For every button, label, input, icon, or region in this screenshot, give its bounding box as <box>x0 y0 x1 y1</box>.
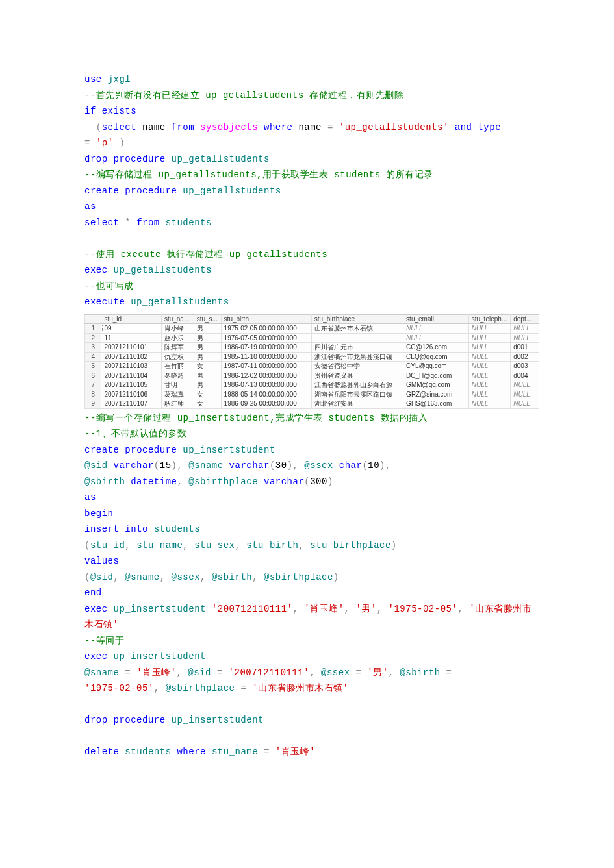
cell: 200712110105 <box>101 380 161 390</box>
code-token: where <box>177 747 206 757</box>
code-token: stu_sex <box>194 540 235 551</box>
code-token <box>131 540 136 551</box>
code-token: = <box>264 747 270 757</box>
code-token: from <box>172 122 195 132</box>
code-token <box>258 572 264 582</box>
cell: NULL <box>468 390 511 399</box>
cell: 贵州省遵义县 <box>311 371 403 380</box>
code-token: @ssex <box>304 460 333 471</box>
cell: NULL <box>403 333 469 343</box>
cell: 男 <box>194 333 221 343</box>
code-token: type <box>478 122 501 132</box>
code-token: ( <box>304 477 310 487</box>
code-token <box>223 667 229 678</box>
row-number: 2 <box>85 333 101 343</box>
code-token: ) <box>391 540 397 551</box>
code-token: '200712110111' <box>229 667 310 678</box>
code-token: , <box>160 572 166 582</box>
code-token: name <box>136 122 171 132</box>
code-token: procedure <box>114 715 166 725</box>
code-token <box>119 524 125 534</box>
code-token <box>383 604 389 614</box>
code-token <box>108 154 114 164</box>
cell: 1986-07-19 00:00:00.000 <box>221 343 311 353</box>
code-token: @ssex <box>321 667 350 678</box>
code-token: ), <box>287 460 299 471</box>
cell: d004 <box>511 371 539 380</box>
cell: GMM@qq.com <box>403 380 469 390</box>
cell: NULL <box>511 324 539 334</box>
code-token: char <box>339 460 363 471</box>
code-token: datetime <box>131 477 177 487</box>
code-token <box>108 715 114 725</box>
cell: 女 <box>194 390 221 399</box>
code-token <box>160 217 166 228</box>
results-grid: stu_id stu_na... stu_s... stu_birth stu_… <box>84 314 539 409</box>
cell: 1986-09-25 00:00:00.000 <box>221 399 311 409</box>
code-token: stu_name <box>136 540 183 551</box>
code-token: and <box>455 122 472 132</box>
code-token: ) <box>333 572 339 582</box>
code-token <box>182 667 188 678</box>
code-token: @sbirthplace <box>166 683 235 693</box>
code-token: varchar <box>114 460 154 471</box>
cell: CLQ@qq.com <box>403 352 469 362</box>
cell: NULL <box>403 324 469 334</box>
code-token <box>224 460 229 471</box>
code-token: select <box>84 217 119 228</box>
code-token <box>166 715 172 725</box>
code-token <box>258 477 264 487</box>
code-token: if <box>84 106 96 116</box>
code-token: stu_birth <box>246 540 298 551</box>
cell: NULL <box>468 352 511 362</box>
cell: 1976-07-05 00:00:00.000 <box>221 333 311 343</box>
code-token: @sname <box>125 572 159 582</box>
table-row: 9200712110107耿红帅女1986-09-25 00:00:00.000… <box>85 399 539 409</box>
code-token: '男' <box>355 604 376 614</box>
code-token <box>119 217 125 228</box>
sql-code-block-2: --编写一个存储过程 up_insertstudent,完成学生表 studen… <box>84 410 539 760</box>
code-token <box>361 667 367 678</box>
cell: CYL@qq.com <box>403 362 469 371</box>
code-token: 'up_getallstudents' <box>339 122 449 132</box>
code-token: @sbirthplace <box>264 572 333 582</box>
cell: 甘明 <box>161 380 194 390</box>
code-token: begin <box>84 508 114 519</box>
code-token: stu_name <box>212 747 258 757</box>
code-token: students <box>154 524 200 534</box>
code-token: '肖玉峰' <box>275 747 315 757</box>
code-token: @sname <box>84 667 119 678</box>
code-token: --首先判断有没有已经建立 up_getallstudents 存储过程，有则先… <box>84 90 403 101</box>
sql-code-block-1: use jxgl --首先判断有没有已经建立 up_getallstudents… <box>84 71 539 310</box>
code-token: ( <box>84 122 102 132</box>
code-token: , <box>125 540 131 551</box>
cell: 1986-12-02 00:00:00.000 <box>221 371 311 380</box>
code-token: delete <box>84 747 119 757</box>
table-row: 4200712110102仇立权男1985-11-10 00:00:00.000… <box>85 352 539 362</box>
code-token <box>194 122 200 132</box>
code-token: @sname <box>188 460 223 471</box>
code-token <box>96 106 102 116</box>
code-token: varchar <box>264 477 304 487</box>
code-token: up_insertstudent <box>183 445 275 455</box>
code-token <box>246 683 252 693</box>
code-token: stu_birthplace <box>310 540 391 551</box>
code-token: '1975-02-05' <box>84 683 154 693</box>
code-token: @ssex <box>172 572 201 582</box>
cell: 赵小乐 <box>161 333 194 343</box>
cell: 四川省广元市 <box>311 343 403 353</box>
code-token <box>501 122 507 132</box>
col-stu-birthplace: stu_birthplace <box>311 314 403 324</box>
code-token <box>441 667 446 678</box>
code-token: 30 <box>275 460 287 471</box>
code-token: exec <box>84 265 108 275</box>
code-token: --使用 execute 执行存储过程 up_getallstudents <box>84 249 327 260</box>
cell: 仇立权 <box>161 352 194 362</box>
code-token <box>298 460 304 471</box>
code-token <box>315 667 321 678</box>
code-token: ( <box>84 572 90 582</box>
code-token: select <box>102 122 136 132</box>
code-token: as <box>84 492 96 502</box>
code-token: 300 <box>310 477 327 487</box>
cell: 男 <box>194 343 221 353</box>
